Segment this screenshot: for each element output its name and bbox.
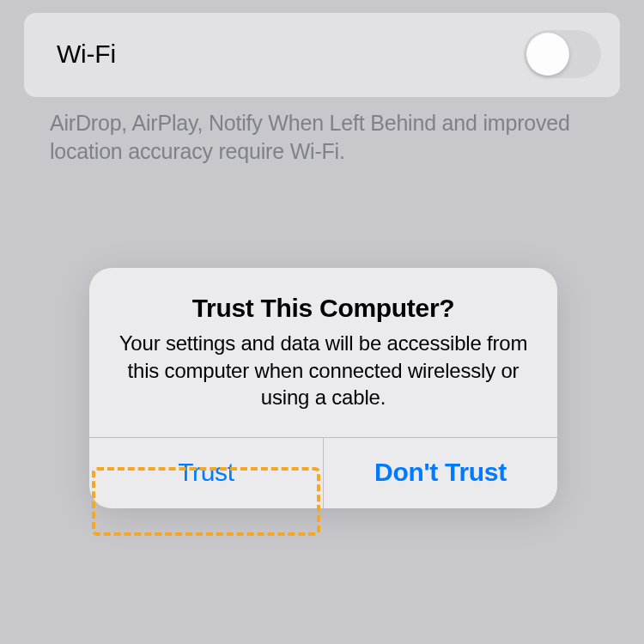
trust-button[interactable]: Trust: [89, 438, 324, 508]
dialog-message: Your settings and data will be accessibl…: [113, 330, 533, 411]
dialog-title: Trust This Computer?: [113, 294, 533, 323]
dont-trust-button[interactable]: Don't Trust: [324, 438, 557, 508]
wifi-footer-text: AirDrop, AirPlay, Notify When Left Behin…: [50, 109, 610, 166]
wifi-settings-row[interactable]: Wi-Fi: [24, 13, 620, 97]
wifi-label: Wi-Fi: [57, 39, 116, 69]
trust-dialog: Trust This Computer? Your settings and d…: [89, 268, 557, 508]
dialog-body: Trust This Computer? Your settings and d…: [89, 268, 557, 437]
dialog-buttons: Trust Don't Trust: [89, 437, 557, 508]
toggle-knob: [526, 33, 569, 76]
wifi-toggle[interactable]: [524, 30, 601, 78]
